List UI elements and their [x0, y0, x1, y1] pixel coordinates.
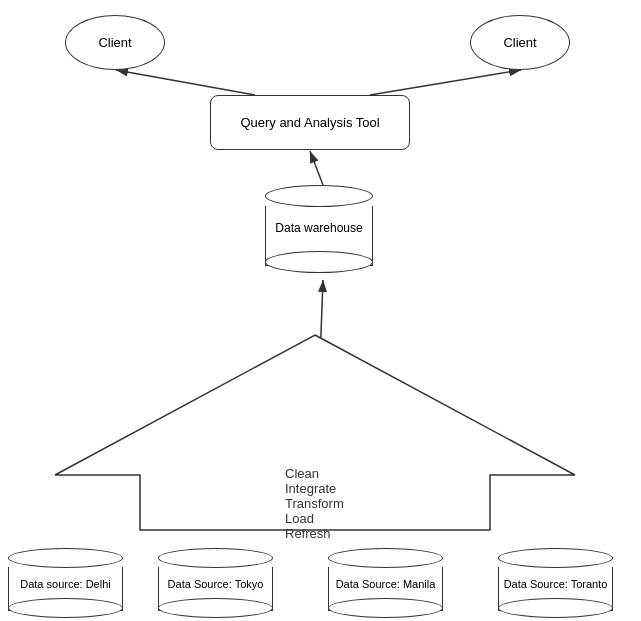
- svg-text:Load: Load: [285, 511, 314, 526]
- datasource-toranto-label: Data Source: Toranto: [504, 578, 608, 590]
- svg-text:Refresh: Refresh: [285, 526, 331, 540]
- svg-text:Integrate: Integrate: [285, 481, 336, 496]
- client1-label: Client: [98, 35, 131, 50]
- query-tool-label: Query and Analysis Tool: [240, 115, 379, 130]
- client2-label: Client: [503, 35, 536, 50]
- datasource-tokyo-label: Data Source: Tokyo: [168, 578, 264, 590]
- svg-line-2: [370, 70, 521, 95]
- client1-ellipse: Client: [65, 15, 165, 70]
- svg-text:Transform: Transform: [285, 496, 344, 511]
- data-warehouse-label: Data warehouse: [275, 221, 362, 235]
- svg-line-1: [116, 70, 255, 95]
- datasource-delhi-label: Data source: Delhi: [20, 578, 111, 590]
- datasource-tokyo: Data Source: Tokyo: [158, 548, 273, 611]
- data-warehouse-cylinder: Data warehouse: [265, 185, 373, 266]
- datasource-delhi: Data source: Delhi: [8, 548, 123, 611]
- client2-ellipse: Client: [470, 15, 570, 70]
- svg-line-3: [310, 151, 323, 185]
- architecture-diagram: Client Client Query and Analysis Tool Da…: [0, 0, 641, 621]
- svg-text:Clean: Clean: [285, 466, 319, 481]
- datasource-manila: Data Source: Manila: [328, 548, 443, 611]
- query-tool-box: Query and Analysis Tool: [210, 95, 410, 150]
- etl-arrow-shape: Clean Integrate Transform Load Refresh: [30, 330, 605, 540]
- datasource-manila-label: Data Source: Manila: [336, 578, 436, 590]
- datasource-toranto: Data Source: Toranto: [498, 548, 613, 611]
